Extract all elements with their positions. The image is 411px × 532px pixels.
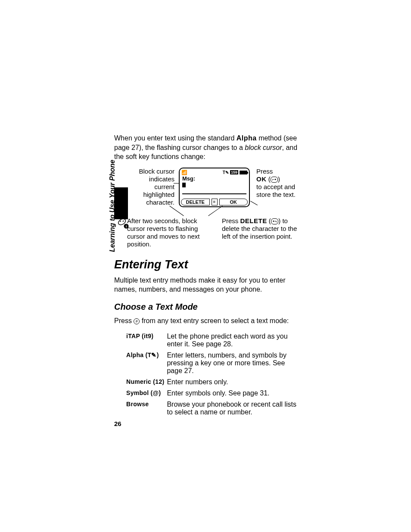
mode-name: Alpha (T✎) <box>114 350 167 376</box>
table-row: BrowseBrowse your phonebook or recent ca… <box>114 399 299 418</box>
callout-delete: Press DELETE (•¬) to delete the characte… <box>222 217 299 240</box>
text: When you enter text using the standard <box>114 134 237 142</box>
mode-desc: Enter symbols only. See page 31. <box>167 388 299 399</box>
table-row: Alpha (T✎)Enter letters, numbers, and sy… <box>114 350 299 376</box>
left-softkey-icon: •¬ <box>271 218 278 224</box>
text: to accept and store the text. <box>256 183 296 198</box>
softkey-menu[interactable]: ≡ <box>212 199 218 205</box>
press-instruction: Press # from any text entry screen to se… <box>114 317 299 325</box>
block-cursor <box>182 183 186 187</box>
mode-desc: Browse your phonebook or recent call lis… <box>167 399 299 418</box>
block-cursor-term: block cursor <box>245 144 282 151</box>
heading-choose-mode: Choose a Text Mode <box>114 302 299 312</box>
char-count: 159 <box>230 170 238 174</box>
figure-phone-screen: Block cursor indicates current highlight… <box>114 168 299 254</box>
table-row: iTAP (it9)Let the phone predict each wor… <box>114 331 299 350</box>
delete-label: DELETE <box>240 217 267 224</box>
msg-label: Msg: <box>180 175 249 182</box>
text: Press <box>222 217 240 224</box>
text: Press <box>114 317 134 324</box>
table-row: Symbol (@)Enter symbols only. See page 3… <box>114 388 299 399</box>
callout-line <box>208 205 222 216</box>
mode-name: Symbol (@) <box>114 388 167 399</box>
callout-ok: Press OK (⌐•) to accept and store the te… <box>256 168 299 199</box>
callout-line <box>250 201 258 205</box>
mode-desc: Let the phone predict each word as you e… <box>167 331 299 350</box>
text: from any text entry screen to select a t… <box>140 317 289 324</box>
status-right: T✎ 159 <box>223 170 247 175</box>
intro-paragraph: When you enter text using the standard A… <box>114 134 299 162</box>
signal-icon: 📶 <box>181 170 187 175</box>
ok-label: OK <box>256 175 267 183</box>
mode-name: Browse <box>114 399 167 418</box>
mode-desc: Enter letters, numbers, and symbols by p… <box>167 350 299 376</box>
callout-revert: After two seconds, block cursor reverts … <box>127 217 202 248</box>
callout-line <box>169 205 184 216</box>
mode-name: Numeric (12) <box>114 376 167 388</box>
softkey-delete[interactable]: DELETE <box>181 199 210 205</box>
intro-multiple-methods: Multiple text entry methods make it easy… <box>114 276 299 294</box>
pencil-icon: T✎ <box>223 170 229 175</box>
table-row: Numeric (12)Enter numbers only. <box>114 376 299 388</box>
mode-name: iTAP (it9) <box>114 331 167 350</box>
heading-entering-text: Entering Text <box>114 258 299 271</box>
input-underline <box>182 193 246 194</box>
text-mode-table: iTAP (it9)Let the phone predict each wor… <box>114 331 299 418</box>
mode-desc: Enter numbers only. <box>167 376 299 388</box>
status-left: 📶 <box>181 170 187 175</box>
alpha-label: Alpha <box>237 134 257 142</box>
callout-block-cursor: Block cursor indicates current highlight… <box>127 168 174 206</box>
text: Press <box>256 168 273 175</box>
right-softkey-icon: ⌐• <box>271 177 278 183</box>
phone-screen: 📶 T✎ 159 Msg: DELETE ≡ OK <box>179 168 250 207</box>
battery-icon <box>240 171 247 174</box>
softkey-ok[interactable]: OK <box>219 199 248 205</box>
hash-key-icon: # <box>134 318 140 324</box>
page-number: 26 <box>114 420 121 427</box>
